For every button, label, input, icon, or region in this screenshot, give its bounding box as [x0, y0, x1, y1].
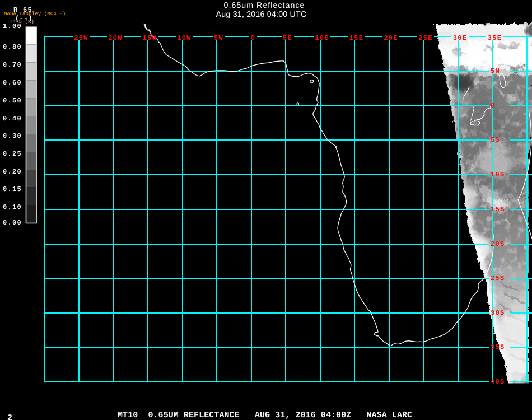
- svg-text:0.60: 0.60: [3, 79, 22, 87]
- svg-text:0.15: 0.15: [3, 185, 22, 193]
- svg-text:0.00: 0.00: [3, 219, 22, 227]
- svg-text:0: 0: [491, 102, 496, 110]
- svg-text:10E: 10E: [315, 34, 329, 42]
- svg-text:15W: 15W: [143, 34, 157, 42]
- svg-text:15E: 15E: [349, 34, 364, 42]
- svg-text:0.30: 0.30: [3, 132, 22, 140]
- svg-text:NASA Langley (M04.0): NASA Langley (M04.0): [4, 11, 66, 17]
- svg-text:15S: 15S: [491, 206, 505, 213]
- svg-text:MT10 0.65UM REFLECTANCE AUG: MT10 0.65UM REFLECTANCE AUG 31, 2016 04:…: [118, 410, 412, 420]
- svg-text:0.50: 0.50: [3, 97, 22, 105]
- svg-text:10S: 10S: [491, 171, 505, 179]
- svg-text:5E: 5E: [283, 34, 292, 42]
- svg-text:25S: 25S: [491, 274, 505, 282]
- svg-text:35E: 35E: [488, 34, 502, 42]
- svg-text:20S: 20S: [491, 240, 505, 248]
- svg-text:20W: 20W: [108, 34, 123, 42]
- svg-text:0.80: 0.80: [3, 43, 22, 51]
- svg-text:2: 2: [7, 413, 12, 420]
- svg-text:0.40: 0.40: [3, 115, 22, 123]
- svg-text:5S: 5S: [491, 136, 500, 144]
- svg-text:30E: 30E: [453, 34, 468, 42]
- svg-text:40S: 40S: [491, 378, 505, 386]
- svg-text:10W: 10W: [177, 34, 192, 42]
- svg-text:T4-5 (K): T4-5 (K): [10, 18, 34, 25]
- svg-text:0.70: 0.70: [3, 61, 22, 69]
- svg-text:0: 0: [251, 34, 256, 42]
- svg-text:0.25: 0.25: [3, 150, 22, 158]
- svg-text:25E: 25E: [418, 34, 433, 42]
- svg-text:5W: 5W: [214, 34, 223, 42]
- svg-text:Aug 31, 2016 04:00 UTC: Aug 31, 2016 04:00 UTC: [216, 10, 307, 19]
- svg-text:0.65um Reflectance: 0.65um Reflectance: [224, 1, 305, 10]
- svg-text:35S: 35S: [491, 343, 505, 351]
- svg-text:5N: 5N: [491, 67, 500, 75]
- svg-text:30S: 30S: [491, 309, 505, 317]
- svg-text:0.20: 0.20: [3, 168, 22, 176]
- svg-text:25W: 25W: [74, 34, 88, 42]
- svg-text:0.10: 0.10: [3, 203, 22, 211]
- svg-text:20E: 20E: [384, 34, 398, 42]
